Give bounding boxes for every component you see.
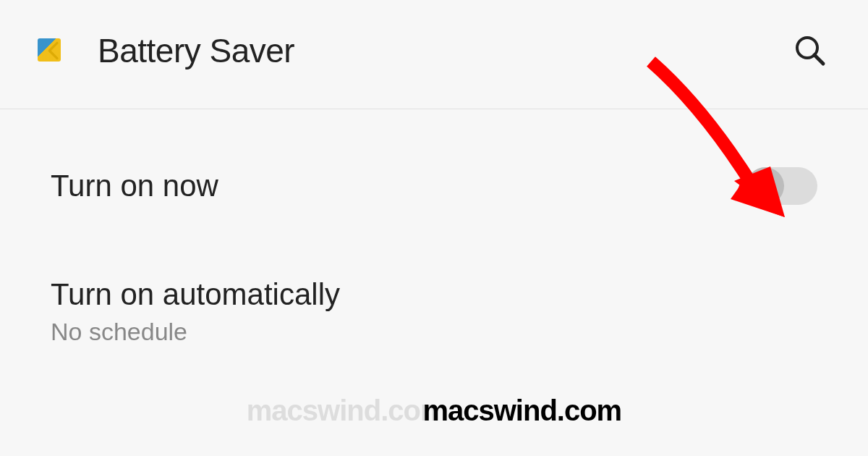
toggle-knob-icon xyxy=(746,167,784,205)
turn-on-auto-row[interactable]: Turn on automatically No schedule xyxy=(51,234,817,360)
page-title: Battery Saver xyxy=(98,31,294,70)
search-button[interactable] xyxy=(788,29,832,72)
svg-line-1 xyxy=(814,55,823,64)
turn-on-now-row[interactable]: Turn on now xyxy=(51,109,817,234)
turn-on-now-label: Turn on now xyxy=(51,169,218,203)
watermark: macswind.con macswind.com xyxy=(247,394,621,427)
watermark-faded-text: macswind.con xyxy=(247,394,438,427)
back-button[interactable] xyxy=(36,33,72,69)
logo-overlay-icon xyxy=(38,38,61,62)
settings-content: Turn on now Turn on automatically No sch… xyxy=(0,109,868,360)
turn-on-now-toggle[interactable] xyxy=(746,167,817,205)
header-bar: Battery Saver xyxy=(0,0,868,109)
search-icon xyxy=(793,33,827,68)
watermark-solid-text: macswind.com xyxy=(422,394,621,427)
turn-on-auto-sublabel: No schedule xyxy=(51,318,817,346)
turn-on-auto-label: Turn on automatically xyxy=(51,277,817,312)
